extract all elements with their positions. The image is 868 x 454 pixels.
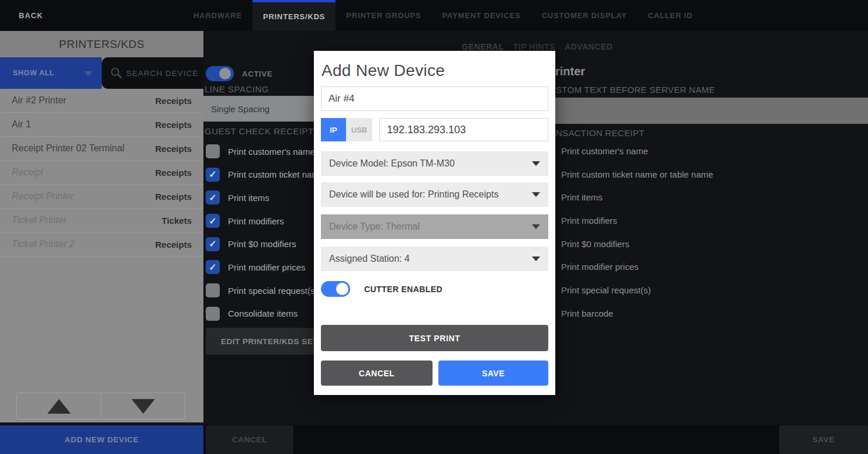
device-name-input[interactable] (321, 86, 548, 111)
back-button[interactable]: BACK (19, 0, 43, 31)
device-type-badge: Receipts (155, 168, 192, 178)
device-type-badge: Receipts (155, 240, 192, 249)
top-nav-tab-label: PRINTER GROUPS (346, 11, 421, 20)
selected-device-title: rinter (555, 65, 585, 78)
top-nav-tab[interactable]: HARDWARE (183, 0, 253, 31)
device-list-item[interactable]: Air #2 Printer Receipts (0, 89, 203, 113)
checkbox-icon[interactable] (206, 260, 220, 274)
active-toggle[interactable] (206, 66, 234, 81)
device-list-item[interactable]: Receipt Printer Receipts (0, 185, 203, 209)
device-list-item[interactable]: Ticket Printer 2 Receipts (0, 233, 203, 257)
modal-dropdown-label: Device Model: Epson TM-M30 (329, 158, 455, 169)
guest-check-options: Print customer's name Print custom ticke… (206, 144, 324, 321)
device-list-item[interactable]: Receipt Printer 02 Terminal Receipts (0, 137, 203, 161)
top-nav-tab[interactable]: PAYMENT DEVICES (432, 0, 531, 31)
device-list-item[interactable]: Receipt Receipts (0, 161, 203, 185)
search-device-input[interactable] (126, 57, 202, 89)
show-all-dropdown[interactable]: SHOW ALL (0, 57, 102, 89)
custom-text-before-server-name-label: STOM TEXT BEFORE SERVER NAME (556, 85, 715, 95)
top-nav-tab[interactable]: PRINTERS/KDS (253, 0, 336, 31)
receipt-option-row[interactable]: Print modifier prices (206, 260, 324, 274)
receipt-option-row[interactable]: Print $0 modifiers (206, 237, 324, 251)
usb-toggle-button[interactable]: USB (346, 118, 372, 141)
transaction-option-label: Print customer's name (561, 144, 713, 158)
receipt-option-row[interactable]: Print items (206, 190, 324, 205)
transaction-option-label: Print items (561, 190, 713, 205)
chevron-down-icon (84, 71, 92, 76)
transaction-receipt-options: Print customer's name Print custom ticke… (561, 144, 713, 321)
modal-dropdown-label: Assigned Station: 4 (329, 254, 410, 264)
transaction-option-label: Print special request(s) (561, 283, 713, 297)
receipt-option-row[interactable]: Print special request(s) (206, 283, 324, 297)
receipt-option-row[interactable]: Print custom ticket name (206, 168, 324, 182)
device-list-item[interactable]: Air 1 Receipts (0, 113, 203, 137)
device-type-badge: Receipts (155, 96, 192, 106)
modal-dropdown-label: Device will be used for: Printing Receip… (329, 189, 499, 200)
device-name: Ticket Printer (12, 215, 67, 226)
active-toggle-label: ACTIVE (242, 66, 272, 81)
dropdown-arrow-icon (532, 224, 540, 229)
device-type-badge: Receipts (155, 120, 192, 130)
custom-text-input[interactable] (555, 98, 868, 124)
receipt-option-label: Print $0 modifiers (228, 239, 296, 249)
list-scroll-buttons (16, 393, 185, 420)
checkbox-icon[interactable] (206, 237, 220, 251)
scroll-down-button[interactable] (101, 393, 185, 420)
modal-save-button[interactable]: SAVE (438, 361, 548, 386)
modal-cancel-button[interactable]: CANCEL (321, 361, 433, 386)
detail-tab[interactable]: ADVANCED (565, 42, 613, 54)
scroll-up-button[interactable] (16, 393, 101, 420)
top-nav-tab-label: HARDWARE (193, 11, 242, 20)
modal-dropdown[interactable]: Assigned Station: 4 (321, 247, 548, 271)
search-icon (111, 68, 119, 76)
top-nav-tab-label: CUSTOMER DISPLAY (542, 11, 627, 20)
checkbox-icon[interactable] (206, 283, 220, 297)
line-spacing-label: LINE SPACING (205, 84, 269, 94)
bottom-action-bar: ADD NEW DEVICE CANCEL SAVE (0, 425, 868, 454)
device-name: Air 1 (12, 119, 31, 130)
modal-title: Add New Device (321, 61, 445, 80)
settings-screen: BACK HARDWARE PRINTERS/KDS PRINTER GROUP… (0, 0, 868, 454)
guest-check-receipt-header: GUEST CHECK RECEIPT (205, 126, 314, 136)
detail-tab-label: ADVANCED (565, 42, 613, 51)
test-print-button[interactable]: TEST PRINT (321, 325, 548, 351)
bottom-save-button[interactable]: SAVE (779, 425, 868, 454)
detail-tab-label: TIP HINTS (513, 42, 555, 51)
checkbox-icon[interactable] (206, 307, 220, 321)
cutter-enabled-toggle[interactable] (321, 281, 350, 297)
show-all-label: SHOW ALL (13, 69, 54, 77)
top-nav-tab[interactable]: CALLER ID (637, 0, 703, 31)
bottom-cancel-button[interactable]: CANCEL (206, 425, 293, 454)
ip-toggle-button[interactable]: IP (321, 118, 346, 141)
checkbox-icon[interactable] (206, 168, 220, 182)
sidebar-filter-row: SHOW ALL (0, 57, 203, 89)
device-type-badge: Receipts (155, 192, 192, 202)
receipt-option-label: Print custom ticket name (228, 169, 324, 179)
top-nav-tab[interactable]: PRINTER GROUPS (336, 0, 431, 31)
down-arrow-icon (132, 399, 155, 414)
modal-dropdown[interactable]: Device will be used for: Printing Receip… (321, 182, 548, 207)
add-new-device-modal: Add New Device IP USB Device Model: Epso… (314, 51, 555, 395)
device-list-item[interactable]: Ticket Printer Tickets (0, 209, 203, 233)
receipt-option-row[interactable]: Print modifiers (206, 214, 324, 228)
modal-dropdown[interactable]: Device Model: Epson TM-M30 (321, 151, 548, 176)
checkbox-icon[interactable] (206, 144, 220, 158)
top-nav-tab[interactable]: CUSTOMER DISPLAY (531, 0, 638, 31)
receipt-option-row[interactable]: Print customer's name (206, 144, 324, 158)
device-type-badge: Receipts (155, 144, 192, 154)
checkbox-icon[interactable] (206, 214, 220, 228)
top-nav-tab-label: PAYMENT DEVICES (442, 11, 521, 20)
ip-address-input[interactable] (379, 118, 548, 141)
dropdown-arrow-icon (532, 192, 540, 197)
transaction-option-label: Print $0 modifiers (561, 237, 713, 251)
device-search-box (102, 57, 203, 89)
checkbox-icon[interactable] (206, 190, 220, 205)
receipt-option-label: Print special request(s) (228, 286, 317, 296)
add-new-device-button[interactable]: ADD NEW DEVICE (0, 425, 203, 454)
cutter-toggle-knob (336, 283, 348, 295)
modal-dropdown[interactable]: Device Type: Thermal (321, 214, 548, 239)
receipt-option-row[interactable]: Consolidate items (206, 307, 324, 321)
device-name: Receipt Printer (12, 191, 74, 202)
cutter-enabled-row: CUTTER ENABLED (321, 281, 442, 297)
top-nav-tab-label: CALLER ID (648, 11, 693, 20)
